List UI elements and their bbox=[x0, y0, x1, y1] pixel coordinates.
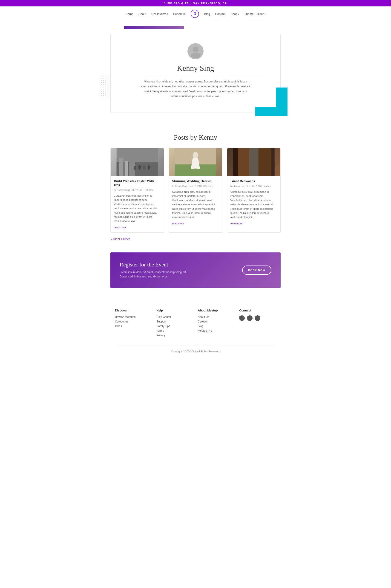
cyan-decoration-bottom bbox=[255, 107, 288, 116]
post-content-2: Stunning Wedding Dresses by Kenny Sing |… bbox=[169, 176, 222, 229]
svg-rect-15 bbox=[238, 148, 249, 176]
post-title-1: Build Websites Faster With Divi bbox=[114, 179, 161, 187]
nav-item-schedule[interactable]: Schedule bbox=[173, 12, 186, 16]
posts-section: Posts by Kenny Bui bbox=[106, 133, 285, 241]
svg-point-9 bbox=[143, 166, 145, 170]
facebook-icon[interactable]: f bbox=[239, 315, 245, 321]
read-more-2[interactable]: read more bbox=[172, 222, 184, 225]
footer-link-meetup-pro[interactable]: Meetup Pro bbox=[198, 329, 235, 332]
post-excerpt-2: Curabitur arcu erat, accumsan id imperdi… bbox=[172, 190, 219, 219]
book-now-button[interactable]: BOOK NOW bbox=[242, 265, 271, 275]
post-excerpt-1: Curabitur arcu erat, accumsan id imperdi… bbox=[114, 194, 161, 223]
nav-item-about[interactable]: About bbox=[138, 12, 146, 16]
footer-col-connect: Connect f ✕ ◎ bbox=[239, 309, 276, 338]
profile-name: Kenny Sing bbox=[129, 64, 262, 72]
post-image-1 bbox=[111, 148, 164, 176]
footer-link-careers[interactable]: Careers bbox=[198, 320, 235, 323]
svg-point-0 bbox=[193, 47, 198, 52]
post-meta-2: by Kenny Sing | Feb 12, 2018 | Wedding bbox=[172, 185, 219, 188]
svg-rect-4 bbox=[119, 158, 123, 176]
svg-point-7 bbox=[134, 166, 136, 170]
footer-link-support[interactable]: Support bbox=[156, 320, 193, 323]
svg-point-10 bbox=[148, 165, 150, 170]
post-meta-3: by Kenny Sing | Feb 12, 2018 | Outdoor bbox=[230, 185, 277, 188]
post-card-1: Build Websites Faster With Divi by Kenny… bbox=[110, 148, 164, 233]
top-banner: JUNE 3RD & 4TH, SAN FRANCISCO, CA bbox=[0, 0, 391, 6]
nav-logo[interactable]: D bbox=[191, 10, 199, 18]
card-separator bbox=[129, 77, 262, 77]
post-excerpt-3: Curabitur arcu erat, accumsan id imperdi… bbox=[230, 190, 277, 219]
instagram-icon[interactable]: ◎ bbox=[255, 315, 260, 321]
older-entries: « Older Entries bbox=[110, 237, 281, 241]
footer-link-privacy[interactable]: Privacy bbox=[156, 334, 193, 337]
footer-social-icons: f ✕ ◎ bbox=[239, 315, 276, 322]
footer-link-help-center[interactable]: Help Center bbox=[156, 315, 193, 319]
read-more-1[interactable]: read more bbox=[114, 226, 126, 229]
hero-container: Kenny Sing Vivamus id gravida mi, nec ul… bbox=[106, 21, 285, 122]
footer-copyright: Copyright © 2024 Divi. All Rights Reserv… bbox=[115, 350, 276, 357]
footer-link-cities[interactable]: Cities bbox=[115, 325, 152, 328]
footer-col-title-discover: Discover bbox=[115, 309, 152, 312]
purple-bar-decoration bbox=[124, 26, 184, 29]
footer-col-title-about: About Meetup bbox=[198, 309, 235, 312]
footer-link-browse-meetups[interactable]: Browse Meetups bbox=[115, 315, 152, 319]
footer-link-categories[interactable]: Categories bbox=[115, 320, 152, 323]
svg-rect-5 bbox=[125, 161, 128, 176]
cta-text-block: Register for the Event Lorem ipsum dolor… bbox=[120, 261, 193, 279]
cta-title: Register for the Event bbox=[120, 261, 193, 268]
post-meta-1: by Kenny Sing | Feb 12, 2018 | Outdoor bbox=[114, 189, 161, 191]
footer-link-terms[interactable]: Terms bbox=[156, 329, 193, 332]
svg-point-13 bbox=[193, 152, 198, 158]
post-content-3: Giant Redwoods by Kenny Sing | Feb 12, 2… bbox=[227, 176, 280, 229]
footer-col-help: Help Help Center Support Safety Tips Ter… bbox=[156, 309, 193, 338]
cta-subtitle: Lorem ipsum dolor sit amet, consectetur … bbox=[120, 270, 193, 279]
post-content-1: Build Websites Faster With Divi by Kenny… bbox=[111, 176, 164, 232]
nav-item-theme-builder[interactable]: Theme Builder bbox=[244, 12, 265, 16]
footer-link-safety-tips[interactable]: Safety Tips bbox=[156, 325, 193, 328]
footer: Discover Browse Meetups Categories Citie… bbox=[110, 297, 281, 362]
nav-item-home[interactable]: Home bbox=[125, 12, 133, 16]
banner-text: JUNE 3RD & 4TH, SAN FRANCISCO, CA bbox=[164, 2, 227, 4]
profile-card: Kenny Sing Vivamus id gravida mi, nec ul… bbox=[110, 34, 281, 113]
profile-bio: Vivamus id gravida mi, nec ullamcorper p… bbox=[140, 79, 251, 99]
svg-rect-18 bbox=[233, 148, 238, 176]
nav-item-get-involved[interactable]: Get Involved bbox=[151, 12, 168, 16]
post-title-2: Stunning Wedding Dresses bbox=[172, 179, 219, 183]
read-more-3[interactable]: read more bbox=[230, 222, 242, 225]
avatar bbox=[188, 43, 203, 59]
nav-item-shop[interactable]: Shop bbox=[230, 12, 239, 16]
twitter-x-icon[interactable]: ✕ bbox=[247, 315, 253, 321]
posts-grid: Build Websites Faster With Divi by Kenny… bbox=[110, 148, 281, 233]
post-image-3 bbox=[227, 148, 280, 176]
footer-link-blog[interactable]: Blog bbox=[198, 325, 235, 328]
footer-link-about-us[interactable]: About Us bbox=[198, 315, 235, 319]
footer-col-about: About Meetup About Us Careers Blog Meetu… bbox=[198, 309, 235, 338]
nav-item-blog[interactable]: Blog bbox=[204, 12, 210, 16]
footer-divider bbox=[115, 345, 276, 345]
posts-title: Posts by Kenny bbox=[110, 133, 281, 141]
older-entries-link[interactable]: « Older Entries bbox=[110, 237, 130, 241]
post-card-2: Stunning Wedding Dresses by Kenny Sing |… bbox=[169, 148, 222, 233]
svg-point-8 bbox=[138, 165, 141, 170]
main-nav: Home About Get Involved Schedule D Blog … bbox=[0, 6, 391, 21]
nav-item-contact[interactable]: Contact bbox=[215, 12, 225, 16]
post-image-2 bbox=[169, 148, 222, 176]
post-card-3: Giant Redwoods by Kenny Sing | Feb 12, 2… bbox=[227, 148, 281, 233]
cta-outer: Register for the Event Lorem ipsum dolor… bbox=[106, 253, 285, 288]
svg-rect-16 bbox=[258, 148, 271, 176]
footer-col-discover: Discover Browse Meetups Categories Citie… bbox=[115, 309, 152, 338]
svg-rect-17 bbox=[249, 148, 258, 176]
post-title-3: Giant Redwoods bbox=[230, 179, 277, 183]
svg-point-1 bbox=[191, 53, 200, 58]
cta-section: Register for the Event Lorem ipsum dolor… bbox=[110, 253, 281, 288]
footer-col-title-connect: Connect bbox=[239, 309, 276, 312]
footer-col-title-help: Help bbox=[156, 309, 193, 312]
footer-columns: Discover Browse Meetups Categories Citie… bbox=[115, 309, 276, 338]
